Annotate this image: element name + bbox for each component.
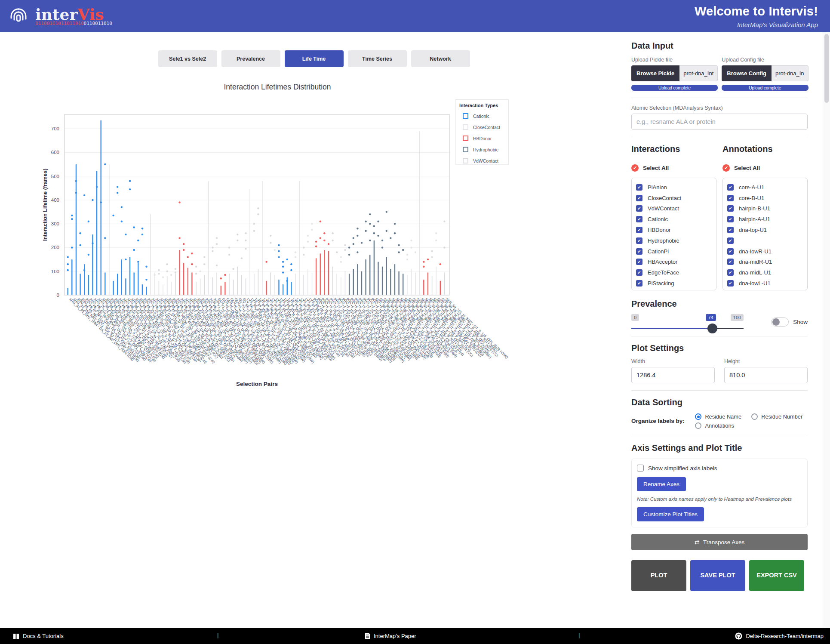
data-sorting-heading: Data Sorting: [631, 397, 808, 407]
checkbox-checked-icon[interactable]: ✔: [636, 184, 642, 191]
checkbox-checked-icon[interactable]: ✔: [727, 259, 734, 265]
select-all-check-icon: ✔: [631, 164, 639, 172]
logo-binary: 011001010110110100110011010: [35, 21, 112, 26]
plot-width-input[interactable]: [631, 367, 715, 383]
svg-text:CloseContact: CloseContact: [473, 125, 500, 130]
y-tick-label: 400: [51, 197, 59, 203]
transpose-axes-button[interactable]: ⇄ Transpose Axes: [631, 534, 808, 550]
data-input-heading: Data Input: [631, 41, 808, 51]
svg-text:Hydrophobic: Hydrophobic: [473, 147, 498, 152]
interaction-item-label: VdWContact: [648, 205, 679, 212]
toggle-knob: [772, 318, 780, 326]
legend-item-hbdonor[interactable]: HBDonor: [463, 136, 492, 141]
checkbox-checked-icon[interactable]: ✔: [636, 205, 642, 212]
interaction-item-hbacceptor[interactable]: ✔HBAcceptor: [636, 257, 712, 268]
section-divider: [631, 336, 808, 336]
y-tick-label: 200: [51, 245, 59, 250]
book-icon: [13, 633, 19, 639]
checkbox-checked-icon[interactable]: ✔: [636, 195, 642, 201]
rename-axes-button[interactable]: Rename Axes: [637, 477, 686, 491]
welcome-subtitle: InterMap's Visualization App: [695, 21, 818, 28]
annotation-item-hairpin-b-u1[interactable]: ✔hairpin-B-U1: [727, 203, 803, 214]
prevalence-show-label: Show: [793, 319, 808, 325]
checkbox-checked-icon[interactable]: ✔: [636, 269, 642, 276]
annotation-item-core-b-u1[interactable]: ✔core-B-U1: [727, 193, 803, 203]
interaction-item-cationpi[interactable]: ✔CationPi: [636, 246, 712, 257]
checkbox-checked-icon[interactable]: ✔: [727, 205, 734, 212]
checkbox-checked-icon[interactable]: ✔: [636, 259, 642, 265]
docs-tutorials-link[interactable]: Docs & Tutorials: [13, 628, 64, 644]
interaction-item-cationic[interactable]: ✔Cationic: [636, 214, 712, 225]
customize-plot-titles-button[interactable]: Customize Plot Titles: [637, 507, 704, 521]
export-csv-button[interactable]: EXPORT CSV: [749, 560, 804, 591]
interactions-select-all[interactable]: ✔ Select All: [631, 164, 716, 172]
logo-wordmark: interVis: [35, 6, 112, 22]
interaction-item-label: CloseContact: [648, 195, 681, 201]
section-divider: [631, 436, 808, 436]
checkbox-checked-icon[interactable]: ✔: [636, 227, 642, 233]
lifetime-chart[interactable]: 0100200300400500600700ARG_94_93_NH1_1584…: [41, 95, 514, 396]
annotation-item-label: dna-lowR-U1: [739, 248, 772, 255]
tab-time-series[interactable]: Time Series: [348, 50, 407, 67]
checkbox-checked-icon[interactable]: ✔: [727, 216, 734, 222]
prevalence-slider[interactable]: [631, 328, 744, 329]
interaction-item-pistacking[interactable]: ✔PiStacking: [636, 278, 712, 289]
view-tabs: Sele1 vs Sele2PrevalenceLife TimeTime Se…: [0, 50, 628, 67]
checkbox-checked-icon[interactable]: ✔: [727, 237, 734, 244]
interactions-heading: Interactions: [631, 144, 716, 154]
interaction-item-edgetoface[interactable]: ✔EdgeToFace: [636, 267, 712, 278]
radio-icon: [695, 422, 701, 429]
annotation-item-core-a-u1[interactable]: ✔core-A-U1: [727, 182, 803, 193]
page-scrollbar[interactable]: [823, 32, 830, 628]
tab-prevalence[interactable]: Prevalence: [221, 50, 280, 67]
save-plot-button[interactable]: SAVE PLOT: [690, 560, 745, 591]
prevalence-slider-handle[interactable]: [707, 324, 717, 333]
pickle-upload-progress: Upload complete: [631, 85, 718, 91]
annotation-item-hairpin-a-u1[interactable]: ✔hairpin-A-U1: [727, 214, 803, 225]
radio-residue-name[interactable]: Residue Name: [695, 413, 751, 420]
annotation-item-dna-top-u1[interactable]: ✔dna-top-U1: [727, 225, 803, 235]
chart-legend: Interaction TypesCationicCloseContactHBD…: [456, 99, 508, 165]
prevalence-show-toggle[interactable]: [771, 317, 789, 327]
annotation-item-dna-midr-u1[interactable]: ✔dna-midR-U1: [727, 257, 803, 268]
pickle-upload-label: Upload Pickle file: [631, 57, 718, 63]
plot-button[interactable]: PLOT: [631, 560, 686, 591]
checkbox-checked-icon[interactable]: ✔: [636, 216, 642, 222]
intermap-paper-link[interactable]: InterMap's Paper: [365, 628, 416, 644]
atomic-selection-input[interactable]: [631, 114, 808, 130]
checkbox-checked-icon[interactable]: ✔: [727, 227, 734, 233]
checkbox-checked-icon[interactable]: ✔: [636, 248, 642, 255]
svg-text:HBDonor: HBDonor: [473, 136, 492, 141]
browse-pickle-button[interactable]: Browse Pickle: [631, 65, 679, 81]
checkbox-checked-icon[interactable]: ✔: [727, 195, 734, 201]
browse-config-button[interactable]: Browse Config: [722, 65, 772, 81]
annotation-item-dna-midl-u1[interactable]: ✔dna-midL-U1: [727, 267, 803, 278]
checkbox-checked-icon[interactable]: ✔: [727, 248, 734, 255]
tab-life-time[interactable]: Life Time: [285, 50, 344, 67]
checkbox-checked-icon[interactable]: ✔: [727, 184, 734, 191]
annotation-item[interactable]: ✔: [727, 235, 803, 246]
checkbox-checked-icon[interactable]: ✔: [727, 269, 734, 276]
annotation-item-dna-lowl-u1[interactable]: ✔dna-lowL-U1: [727, 278, 803, 289]
interaction-item-pianion[interactable]: ✔PiAnion: [636, 182, 712, 193]
tab-network[interactable]: Network: [411, 50, 470, 67]
checkbox-checked-icon[interactable]: ✔: [636, 237, 642, 244]
plot-height-input[interactable]: [724, 367, 808, 383]
interaction-item-closecontact[interactable]: ✔CloseContact: [636, 193, 712, 203]
checkbox-checked-icon[interactable]: ✔: [727, 280, 734, 287]
annotations-select-all[interactable]: ✔ Select All: [722, 164, 808, 172]
scrollbar-thumb[interactable]: [824, 34, 829, 103]
annotation-item-dna-lowr-u1[interactable]: ✔dna-lowR-U1: [727, 246, 803, 257]
interaction-item-vdwcontact[interactable]: ✔VdWContact: [636, 203, 712, 214]
footer-divider: |: [217, 632, 218, 638]
legend-item-cationic[interactable]: Cationic: [463, 114, 489, 119]
annotation-item-label: hairpin-B-U1: [739, 205, 770, 212]
simplified-axis-labels-checkbox[interactable]: Show simplified axis labels: [637, 465, 802, 471]
github-repo-link[interactable]: Delta-Research-Team/intermap: [735, 628, 824, 644]
interaction-item-hydrophobic[interactable]: ✔Hydrophobic: [636, 235, 712, 246]
radio-annotations[interactable]: Annotations: [695, 422, 808, 429]
tab-sele1-vs-sele2[interactable]: Sele1 vs Sele2: [158, 50, 217, 67]
interaction-item-hbdonor[interactable]: ✔HBDonor: [636, 225, 712, 235]
radio-residue-number[interactable]: Residue Number: [751, 413, 808, 420]
checkbox-checked-icon[interactable]: ✔: [636, 280, 642, 287]
